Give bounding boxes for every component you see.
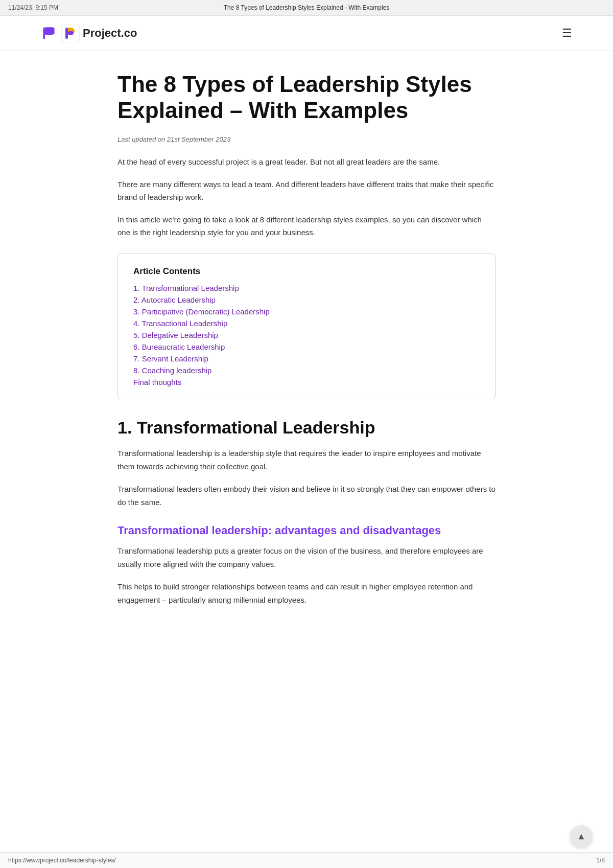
list-item: 6. Bureaucratic Leadership xyxy=(133,342,480,351)
contents-link-8[interactable]: 8. Coaching leadership xyxy=(133,366,211,375)
last-updated: Last updated on 21st September 2023 xyxy=(117,135,496,143)
section-1-body-1: Transformational leadership is a leaders… xyxy=(117,447,496,474)
intro-paragraph-1: At the head of every successful project … xyxy=(117,155,496,169)
logo[interactable]: Project.co xyxy=(41,24,137,42)
list-item: 5. Delegative Leadership xyxy=(133,331,480,339)
browser-bar: 11/24/23, 9:15 PM The 8 Types of Leaders… xyxy=(0,0,613,16)
article-title: The 8 Types of Leadership Styles Explain… xyxy=(117,72,496,123)
contents-link-7[interactable]: 7. Servant Leadership xyxy=(133,354,208,363)
hamburger-menu-button[interactable]: ☰ xyxy=(562,27,572,40)
svg-rect-3 xyxy=(45,31,55,35)
logo-text: Project.co xyxy=(83,27,137,40)
list-item: 8. Coaching leadership xyxy=(133,366,480,375)
contents-link-3[interactable]: 3. Participative (Democratic) Leadership xyxy=(133,307,270,316)
svg-rect-1 xyxy=(43,27,45,39)
section-1-heading: 1. Transformational Leadership xyxy=(117,418,496,438)
svg-rect-5 xyxy=(65,28,68,39)
chevron-up-icon: ▲ xyxy=(577,831,586,842)
footer-page-indicator: 1/8 xyxy=(596,857,605,864)
bottom-bar: https://wwwproject.co/leadership-styles/… xyxy=(0,852,613,868)
main-content: The 8 Types of Leadership Styles Explain… xyxy=(77,51,536,637)
contents-link-2[interactable]: 2. Autocratic Leadership xyxy=(133,295,216,304)
list-item: 4. Transactional Leadership xyxy=(133,319,480,328)
contents-final-link: Final thoughts xyxy=(133,378,480,386)
list-item: 7. Servant Leadership xyxy=(133,354,480,363)
scroll-to-top-button[interactable]: ▲ xyxy=(570,825,593,848)
section-1-sub-heading: Transformational leadership: advantages … xyxy=(117,524,496,537)
section-1-sub-body-1: Transformational leadership puts a great… xyxy=(117,544,496,572)
list-item: 1. Transformational Leadership xyxy=(133,284,480,292)
intro-paragraph-3: In this article we're going to take a lo… xyxy=(117,213,496,239)
list-item: 2. Autocratic Leadership xyxy=(133,295,480,304)
browser-timestamp: 11/24/23, 9:15 PM xyxy=(8,4,58,11)
contents-link-1[interactable]: 1. Transformational Leadership xyxy=(133,284,239,292)
logo-icon xyxy=(41,25,57,41)
intro-paragraph-2: There are many different ways to lead a … xyxy=(117,178,496,204)
contents-title: Article Contents xyxy=(133,266,480,277)
section-1-body-2: Transformational leaders often embody th… xyxy=(117,483,496,510)
contents-link-4[interactable]: 4. Transactional Leadership xyxy=(133,319,227,328)
contents-list: 1. Transformational Leadership 2. Autocr… xyxy=(133,284,480,375)
browser-tab-title: The 8 Types of Leadership Styles Explain… xyxy=(224,4,390,11)
svg-rect-6 xyxy=(68,28,74,31)
contents-link-6[interactable]: 6. Bureaucratic Leadership xyxy=(133,342,225,351)
section-1-sub-body-2: This helps to build stronger relationshi… xyxy=(117,580,496,607)
svg-rect-2 xyxy=(45,27,55,31)
list-item: 3. Participative (Democratic) Leadership xyxy=(133,307,480,316)
logo-svg-icon xyxy=(61,24,80,42)
contents-link-5[interactable]: 5. Delegative Leadership xyxy=(133,331,218,339)
footer-url: https://wwwproject.co/leadership-styles/ xyxy=(8,857,116,864)
final-thoughts-link[interactable]: Final thoughts xyxy=(133,378,181,386)
site-header: Project.co ☰ xyxy=(0,16,613,51)
svg-rect-7 xyxy=(68,31,74,35)
article-contents-box: Article Contents 1. Transformational Lea… xyxy=(117,254,496,399)
